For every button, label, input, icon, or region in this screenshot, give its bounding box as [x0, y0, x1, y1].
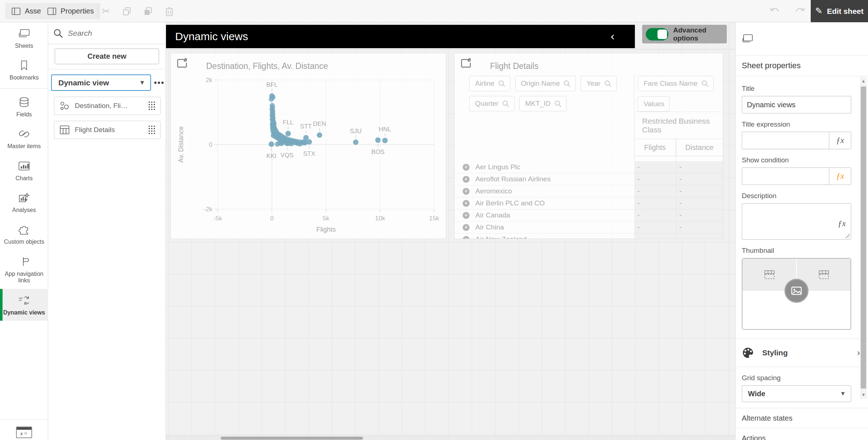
- flights-value: -: [634, 221, 676, 233]
- expand-plus-icon[interactable]: +: [463, 176, 470, 183]
- title-expression-fx-button[interactable]: ƒx: [829, 132, 851, 149]
- horizontal-scrollbar-thumb[interactable]: [221, 437, 363, 440]
- drag-handle-icon[interactable]: [148, 101, 156, 111]
- asset-item-scatter[interactable]: Destination, Fli…: [54, 97, 161, 115]
- measure-filter-chips: Fare Class NameValues: [638, 76, 721, 112]
- filter-chip-airline[interactable]: Airline: [469, 76, 510, 91]
- advanced-options-toggle[interactable]: [646, 28, 668, 40]
- assets-panel: Create new Dynamic view ▼ ••• Destinatio…: [48, 22, 166, 440]
- expand-plus-icon[interactable]: +: [463, 236, 470, 239]
- expand-plus-icon[interactable]: +: [463, 188, 470, 195]
- expand-plus-icon[interactable]: +: [463, 224, 470, 231]
- sidebar-item-label: Charts: [15, 175, 32, 182]
- title-input[interactable]: [742, 96, 851, 113]
- actions-label: Actions: [742, 434, 766, 440]
- expand-plus-icon[interactable]: +: [463, 164, 470, 171]
- title-expression-input[interactable]: [742, 132, 829, 149]
- svg-text:5k: 5k: [323, 215, 329, 222]
- grid-spacing-label: Grid spacing: [742, 374, 851, 382]
- table-row[interactable]: +Aeromexico--: [455, 185, 723, 197]
- search-icon: [498, 80, 505, 87]
- search-input[interactable]: [68, 29, 168, 38]
- values-chip[interactable]: Values: [638, 96, 670, 112]
- table-row[interactable]: +Aer Lingus Plc--: [455, 161, 723, 173]
- actions-section[interactable]: Actions: [736, 428, 868, 440]
- show-condition-input[interactable]: [742, 168, 829, 185]
- svg-text:FLL: FLL: [283, 119, 293, 126]
- sidebar-item-label: Analyses: [12, 207, 36, 213]
- scatter-plot[interactable]: -5k05k10k15k2k0-2kFlightsAv. DistanceBFL…: [171, 53, 447, 239]
- filter-chip-origin-name[interactable]: Origin Name: [515, 76, 576, 91]
- description-textarea[interactable]: ƒx: [742, 203, 851, 240]
- table-row[interactable]: +Air Berlin PLC and CO--: [455, 197, 723, 209]
- sidebar-item-sheets[interactable]: Sheets: [0, 22, 48, 54]
- sidebar-item-label: Fields: [16, 111, 32, 118]
- more-options-button[interactable]: •••: [154, 78, 165, 88]
- table-chart-icon: [59, 125, 70, 135]
- svg-text:-2k: -2k: [204, 206, 212, 213]
- sidebar-item-label: App navigation links: [1, 271, 47, 284]
- expand-plus-icon[interactable]: +: [463, 212, 470, 219]
- svg-text:-5k: -5k: [213, 215, 222, 222]
- variables-expression-button[interactable]: x =: [16, 427, 32, 438]
- styling-section-button[interactable]: Styling ›: [742, 339, 851, 367]
- filter-chip-quarter[interactable]: Quarter: [469, 96, 514, 111]
- sidebar-item-bookmarks[interactable]: Bookmarks: [0, 54, 48, 86]
- table-row[interactable]: +Air New Zealand--: [455, 233, 723, 239]
- paste-icon[interactable]: [142, 5, 155, 18]
- change-thumbnail-button[interactable]: [784, 279, 809, 303]
- sheet-icon: [742, 34, 753, 43]
- grid-spacing-select[interactable]: Wide ▼: [742, 385, 851, 402]
- column-header-flights[interactable]: Flights: [634, 139, 676, 156]
- sidebar-item-app-navigation-links[interactable]: App navigation links: [0, 250, 48, 289]
- sidebar-item-dynamic-views[interactable]: Dynamic views: [0, 289, 48, 321]
- filter-chip-year[interactable]: Year: [580, 76, 616, 91]
- redo-icon[interactable]: [794, 5, 807, 18]
- styling-label: Styling: [762, 348, 857, 357]
- vertical-scrollbar[interactable]: ▲ ▼: [860, 77, 867, 399]
- filter-chip-fare-class-name[interactable]: Fare Class Name: [638, 76, 714, 91]
- description-fx-button[interactable]: ƒx: [838, 219, 846, 228]
- create-new-button[interactable]: Create new: [55, 49, 159, 64]
- properties-panel-toggle-button[interactable]: Properties: [41, 3, 100, 19]
- collapse-chevron-left-icon[interactable]: ‹: [610, 30, 615, 43]
- scatter-chart-panel[interactable]: Destination, Flights, Av. Distance -5k05…: [170, 53, 446, 239]
- table-row[interactable]: +Air China--: [455, 221, 723, 233]
- sidebar-item-analyses[interactable]: Analyses: [0, 186, 48, 218]
- asset-items-list: Destination, Fli…Flight Details: [48, 97, 166, 139]
- delete-icon[interactable]: [163, 5, 176, 18]
- cut-icon[interactable]: ✂: [99, 5, 112, 18]
- show-condition-label: Show condition: [742, 156, 851, 164]
- asset-item-table[interactable]: Flight Details: [54, 121, 161, 139]
- edit-sheet-button[interactable]: ✎ Edit sheet: [811, 0, 868, 22]
- scroll-up-icon[interactable]: ▲: [860, 77, 867, 85]
- vertical-scrollbar-thumb[interactable]: [861, 86, 866, 389]
- dynamic-view-selector[interactable]: Dynamic view ▼: [51, 74, 151, 91]
- toggle-knob: [657, 30, 667, 39]
- scroll-down-icon[interactable]: ▼: [860, 391, 867, 399]
- filter-chip-mkt-id[interactable]: MKT_ID: [519, 96, 567, 111]
- table-row[interactable]: +Air Canada--: [455, 209, 723, 221]
- resize-handle-icon[interactable]: [845, 234, 850, 238]
- svg-text:15k: 15k: [429, 215, 439, 222]
- title-label: Title: [742, 85, 851, 93]
- sidebar-item-master-items[interactable]: Master items: [0, 123, 48, 154]
- sidebar-item-custom-objects[interactable]: Custom objects: [0, 218, 48, 250]
- sidebar-item-fields[interactable]: Fields: [0, 91, 48, 123]
- column-header-distance[interactable]: Distance: [676, 139, 723, 156]
- show-condition-fx-button[interactable]: ƒx: [829, 168, 851, 185]
- horizontal-scrollbar[interactable]: [166, 436, 735, 440]
- airline-table-rows: +Aer Lingus Plc--+Aeroflot Russian Airli…: [455, 161, 723, 239]
- measure-column-headers: Flights Distance: [634, 139, 723, 156]
- undo-icon[interactable]: [768, 5, 781, 18]
- copy-icon[interactable]: [120, 5, 134, 18]
- alternate-states-section[interactable]: Alternate states: [736, 408, 868, 428]
- title-expression-label: Title expression: [742, 120, 851, 128]
- table-row[interactable]: +Aeroflot Russian Airlines--: [455, 173, 723, 185]
- thumbnail-preview[interactable]: [742, 258, 851, 330]
- flight-details-panel[interactable]: Flight Details AirlineOrigin NameYearQua…: [454, 53, 723, 239]
- bookmarks-icon: [20, 59, 28, 71]
- sidebar-item-charts[interactable]: Charts: [0, 155, 48, 186]
- drag-handle-icon[interactable]: [148, 125, 156, 135]
- expand-plus-icon[interactable]: +: [463, 200, 470, 207]
